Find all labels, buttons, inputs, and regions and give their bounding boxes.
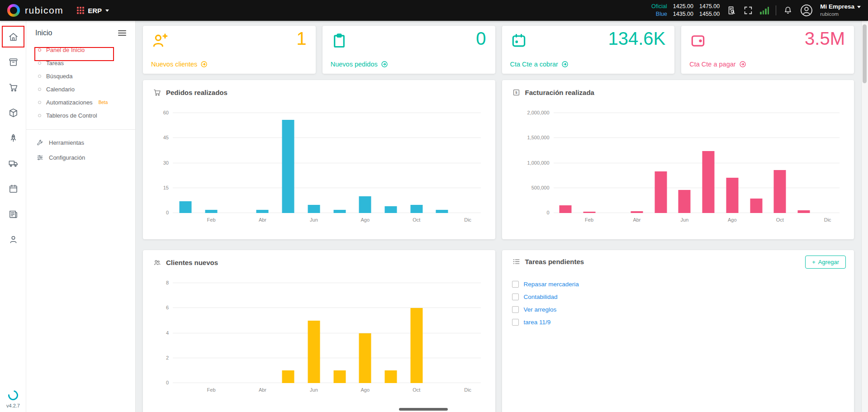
bullet-icon bbox=[38, 101, 41, 104]
home-icon[interactable] bbox=[0, 24, 26, 49]
connection-signal-icon[interactable] bbox=[760, 6, 769, 14]
vertical-scrollbar-thumb[interactable] bbox=[863, 24, 867, 83]
menu-item-calendario[interactable]: Calendario bbox=[26, 83, 135, 96]
y-axis-label: 4 bbox=[166, 330, 169, 336]
shopping-cart-icon[interactable] bbox=[0, 75, 26, 100]
user-avatar[interactable] bbox=[800, 4, 813, 17]
package-icon[interactable] bbox=[0, 100, 26, 125]
user-plus-icon bbox=[151, 32, 168, 49]
rate-label-oficial: Oficial bbox=[651, 3, 667, 10]
archive-box-icon[interactable] bbox=[0, 49, 26, 75]
menu-item-configuracion[interactable]: Configuración bbox=[26, 150, 135, 165]
task-checkbox[interactable] bbox=[512, 281, 519, 288]
kpi-link[interactable]: Cta Cte a pagar bbox=[689, 61, 746, 68]
menu-item-busqueda[interactable]: Búsqueda bbox=[26, 70, 135, 83]
kpi-value: 0 bbox=[476, 28, 486, 49]
rate-oficial-sell: 1475.00 bbox=[699, 3, 720, 10]
brand-name: rubicom bbox=[25, 5, 63, 16]
rate-oficial-buy: 1425.00 bbox=[673, 3, 693, 10]
task-checkbox[interactable] bbox=[512, 306, 519, 313]
menu-title: Inicio bbox=[35, 29, 52, 37]
kpi-value: 134.6K bbox=[608, 28, 665, 49]
y-axis-label: 45 bbox=[163, 135, 169, 140]
kpi-link[interactable]: Cta Cte a cobrar bbox=[510, 61, 569, 68]
menu-item-label: Herramientas bbox=[49, 139, 84, 146]
rate-blue-sell: 1455.00 bbox=[699, 11, 720, 18]
chart-card-pedidos-realizados: Pedidos realizados 015304560FebAbrJunAgo… bbox=[143, 80, 495, 239]
y-axis-label: 500,000 bbox=[531, 185, 550, 190]
y-axis-label: 60 bbox=[163, 110, 169, 115]
menu-item-herramientas[interactable]: Herramientas bbox=[26, 135, 135, 150]
hamburger-menu-icon[interactable] bbox=[118, 29, 126, 37]
kpi-value: 3.5M bbox=[805, 28, 845, 49]
people-icon bbox=[153, 258, 161, 267]
gridline: 15 bbox=[173, 188, 481, 188]
rocket-icon[interactable] bbox=[0, 125, 26, 151]
menu-item-label: Tableros de Control bbox=[46, 112, 97, 119]
arrow-right-circle-icon bbox=[739, 61, 746, 68]
chart-card-clientes-nuevos: Clientes nuevos 02468FebAbrJunAgoOctDic bbox=[143, 250, 495, 412]
tools-icon bbox=[36, 139, 44, 147]
y-axis-label: 30 bbox=[163, 160, 169, 166]
task-item: Repasar mercaderia bbox=[512, 278, 844, 290]
task-checkbox[interactable] bbox=[512, 294, 519, 300]
gridline: 45 bbox=[173, 137, 481, 138]
fullscreen-icon[interactable] bbox=[743, 5, 753, 15]
chart-title: Clientes nuevos bbox=[166, 259, 218, 266]
x-axis-label: Abr bbox=[633, 217, 640, 223]
apps-grid-icon bbox=[77, 7, 84, 14]
task-label[interactable]: Repasar mercaderia bbox=[524, 281, 579, 288]
kpi-link[interactable]: Nuevos pedidos bbox=[331, 61, 388, 68]
svg-text:$: $ bbox=[515, 90, 517, 95]
bar-ene bbox=[180, 201, 192, 213]
x-axis-label: Oct bbox=[413, 387, 420, 393]
company-name: Mi Empresa bbox=[820, 3, 854, 11]
news-document-icon[interactable] bbox=[0, 201, 26, 227]
rate-blue-buy: 1435.00 bbox=[673, 11, 693, 18]
arrow-right-circle-icon bbox=[381, 61, 388, 68]
bar-ene bbox=[559, 205, 571, 213]
currency-rates: Oficial 1425.00 1475.00 Blue 1435.00 145… bbox=[651, 3, 720, 18]
tasks-card: Tareas pendientes + Agregar Repasar merc… bbox=[502, 250, 854, 412]
task-label[interactable]: Contabilidad bbox=[524, 294, 558, 300]
task-checkbox[interactable] bbox=[512, 319, 519, 326]
horizontal-scrollbar-thumb[interactable] bbox=[399, 408, 448, 411]
notifications-bell-icon[interactable] bbox=[783, 5, 793, 15]
charts-row-1: Pedidos realizados 015304560FebAbrJunAgo… bbox=[143, 80, 854, 239]
y-axis-label: 1,500,000 bbox=[527, 135, 550, 140]
menu-item-automatizaciones[interactable]: AutomatizacionesBeta bbox=[26, 96, 135, 109]
x-axis-label: Ago bbox=[728, 217, 737, 223]
menu-item-tableros-de-control[interactable]: Tableros de Control bbox=[26, 109, 135, 122]
document-search-icon[interactable] bbox=[726, 5, 736, 15]
task-list: Repasar mercaderiaContabilidadVer arregl… bbox=[512, 278, 844, 328]
app-name: ERP bbox=[88, 7, 102, 14]
company-menu[interactable]: Mi Empresa rubicom bbox=[820, 3, 861, 17]
menu-item-panel-de-inicio[interactable]: Panel de Inicio bbox=[26, 43, 135, 57]
truck-icon[interactable] bbox=[0, 151, 26, 176]
clipboard-icon bbox=[331, 32, 348, 49]
gridline: 0 bbox=[173, 213, 481, 213]
task-label[interactable]: Ver arreglos bbox=[524, 306, 557, 313]
task-item: Contabilidad bbox=[512, 290, 844, 303]
menu-item-tareas[interactable]: Tareas bbox=[26, 57, 135, 70]
kpi-row: 1 Nuevos clientes 0 Nuevos pedidos bbox=[143, 26, 854, 74]
kpi-label-text: Nuevos clientes bbox=[151, 61, 197, 68]
task-label[interactable]: tarea 11/9 bbox=[524, 319, 551, 326]
icon-sidebar: v4.2.7 bbox=[0, 21, 26, 412]
app-version: v4.2.7 bbox=[0, 403, 26, 408]
rubicom-logo-icon[interactable] bbox=[7, 4, 20, 17]
add-task-button[interactable]: + Agregar bbox=[805, 256, 846, 269]
contacts-user-icon[interactable] bbox=[0, 227, 26, 252]
x-axis-label: Feb bbox=[207, 387, 216, 393]
app-switcher[interactable]: ERP bbox=[77, 7, 109, 14]
vertical-scrollbar[interactable] bbox=[861, 21, 868, 412]
gridline: 500,000 bbox=[554, 188, 840, 188]
calendar-icon[interactable] bbox=[0, 176, 26, 201]
y-axis-label: 1,000,000 bbox=[527, 160, 550, 166]
menu-item-label: Panel de Inicio bbox=[46, 47, 85, 53]
rate-label-blue: Blue bbox=[651, 11, 667, 18]
y-axis-label: 15 bbox=[163, 185, 169, 190]
list-icon bbox=[512, 257, 521, 266]
kpi-link[interactable]: Nuevos clientes bbox=[151, 61, 208, 68]
charts-row-2: Clientes nuevos 02468FebAbrJunAgoOctDic … bbox=[143, 250, 854, 412]
